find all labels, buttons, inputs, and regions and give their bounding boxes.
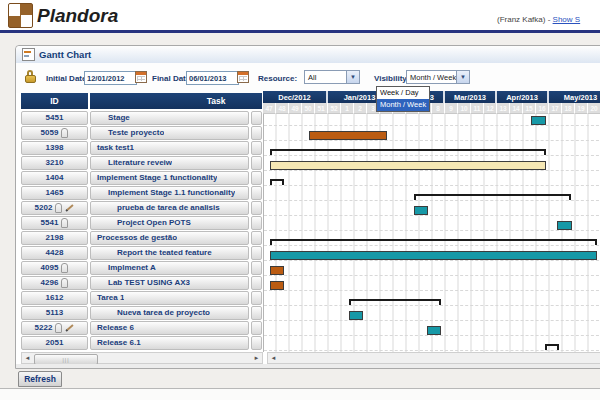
top-header: Plandora (Franz Kafka) - Show S <box>0 0 600 30</box>
task-id-cell[interactable]: 4296 <box>21 276 88 290</box>
gantt-summary-bar[interactable] <box>270 179 284 185</box>
panel-title: Gantt Chart <box>39 49 91 60</box>
task-name-cell[interactable]: Release 6 <box>90 321 249 335</box>
gantt-summary-bar[interactable] <box>270 239 597 245</box>
gantt-summary-bar[interactable] <box>270 149 546 155</box>
gantt-summary-bar[interactable] <box>414 194 571 200</box>
task-id-cell[interactable]: 2051 <box>21 336 88 350</box>
task-name-cell[interactable]: Implement Stage 1.1 functionality <box>90 186 249 200</box>
initial-date-calendar-icon[interactable] <box>135 71 147 83</box>
task-id-label: 5541 <box>41 218 59 227</box>
task-id-cell[interactable]: 5113 <box>21 306 88 320</box>
row-end-cap <box>251 111 262 125</box>
table-header-id: ID <box>21 93 88 109</box>
visibility-label: Visibility: <box>374 74 409 83</box>
gantt-chart-icon <box>22 48 35 61</box>
gantt-bar[interactable] <box>270 281 284 290</box>
task-id-cell[interactable]: 5451 <box>21 111 88 125</box>
gantt-bar[interactable] <box>270 266 284 275</box>
user-session: (Franz Kafka) - Show S <box>497 15 580 24</box>
week-number-label: 1 <box>345 105 349 112</box>
task-id-cell[interactable]: 3210 <box>21 156 88 170</box>
task-id-label: 5451 <box>46 113 64 122</box>
week-number-label: 10 <box>460 105 467 112</box>
task-name-label: prueba de tarea de analisis <box>91 203 220 212</box>
lock-icon[interactable] <box>24 70 37 83</box>
task-id-cell[interactable]: 1398 <box>21 141 88 155</box>
task-name-cell[interactable]: Stage <box>90 111 249 125</box>
gantt-summary-bar[interactable] <box>545 344 559 350</box>
gantt-bar[interactable] <box>531 116 546 125</box>
month-header-cell: Dec/2012 <box>263 91 328 103</box>
task-name-cell[interactable]: Literature reveiw <box>90 156 249 170</box>
task-id-cell[interactable]: 2198 <box>21 231 88 245</box>
gantt-bar[interactable] <box>427 326 441 335</box>
task-name-cell[interactable]: Project Open POTS <box>90 216 249 230</box>
gantt-bar[interactable] <box>270 251 597 260</box>
final-date-calendar-icon[interactable] <box>237 71 249 83</box>
initial-date-input[interactable] <box>84 71 137 85</box>
week-header-cell: 9 <box>445 103 458 114</box>
table-horizontal-scrollbar[interactable]: ◄ ||| ► <box>21 352 263 364</box>
refresh-button[interactable]: Refresh <box>18 371 62 387</box>
gantt-bar[interactable] <box>414 206 428 215</box>
task-name-cell[interactable]: Release 6.1 <box>90 336 249 350</box>
task-name-cell[interactable]: Implement Stage 1 functionality <box>90 171 249 185</box>
week-header-cell: 51 <box>315 103 328 114</box>
panel-footer-strip <box>16 364 600 368</box>
task-name-cell[interactable]: Lab TEST USING AX3 <box>90 276 249 290</box>
gantt-panel: Gantt Chart Initial Date: Final Date: Re… <box>15 45 600 369</box>
task-id-cell[interactable]: 1404 <box>21 171 88 185</box>
week-number-label: 20 <box>590 105 597 112</box>
week-header-cell: 47 <box>263 103 276 114</box>
task-name-label: Release 6.1 <box>91 338 141 347</box>
scroll-left-icon[interactable]: ◄ <box>268 353 279 363</box>
visibility-select-value: Month / Week <box>407 73 456 82</box>
scroll-right-icon[interactable]: ► <box>251 353 262 363</box>
gantt-bar[interactable] <box>557 221 572 230</box>
task-name-cell[interactable]: Implmenet A <box>90 261 249 275</box>
visibility-option[interactable]: Month / Week <box>377 99 429 111</box>
task-id-cell[interactable]: 5059 <box>21 126 88 140</box>
task-name-cell[interactable]: Tarea 1 <box>90 291 249 305</box>
task-name-cell[interactable]: task test1 <box>90 141 249 155</box>
week-number-label: 51 <box>317 105 324 112</box>
row-end-cap <box>251 141 262 155</box>
gantt-row <box>264 291 600 306</box>
week-header-cell: 2 <box>354 103 367 114</box>
task-name-cell[interactable]: prueba de tarea de analisis <box>90 201 249 215</box>
task-name-label: task test1 <box>91 143 134 152</box>
task-name-cell[interactable]: Nueva tarea de proyecto <box>90 306 249 320</box>
attachment-icon <box>61 263 68 273</box>
task-id-label: 2051 <box>46 338 64 347</box>
task-id-cell[interactable]: 1612 <box>21 291 88 305</box>
task-id-label: 5202 <box>35 203 53 212</box>
task-name-cell[interactable]: Teste proyecto <box>90 126 249 140</box>
task-id-cell[interactable]: 5541 <box>21 216 88 230</box>
gantt-row <box>264 141 600 156</box>
gantt-summary-bar[interactable] <box>349 299 441 305</box>
gantt-bar[interactable] <box>349 311 363 320</box>
task-id-cell[interactable]: 4095 <box>21 261 88 275</box>
task-id-cell[interactable]: 5222 <box>21 321 88 335</box>
resource-select[interactable]: All ▼ <box>304 70 360 84</box>
page-bottom <box>0 388 600 400</box>
gantt-bar[interactable] <box>309 131 387 140</box>
visibility-select[interactable]: Month / Week ▼ <box>406 70 470 84</box>
chevron-down-icon[interactable]: ▼ <box>346 71 359 83</box>
session-link[interactable]: Show S <box>553 15 581 24</box>
gantt-row <box>264 216 600 231</box>
chevron-down-icon[interactable]: ▼ <box>456 71 469 83</box>
gantt-bar[interactable] <box>270 161 546 170</box>
task-name-cell[interactable]: Processos de gestão <box>90 231 249 245</box>
scroll-left-icon[interactable]: ◄ <box>22 353 33 363</box>
final-date-input[interactable] <box>186 71 239 85</box>
task-id-cell[interactable]: 4428 <box>21 246 88 260</box>
task-name-cell[interactable]: Report the teated feature <box>90 246 249 260</box>
task-id-cell[interactable]: 5202 <box>21 201 88 215</box>
gantt-row <box>264 201 600 216</box>
visibility-option[interactable]: Week / Day <box>377 87 429 99</box>
month-header-cell: May/2013 <box>549 91 600 103</box>
task-id-cell[interactable]: 1465 <box>21 186 88 200</box>
gantt-horizontal-scrollbar[interactable]: ◄ <box>267 352 600 364</box>
